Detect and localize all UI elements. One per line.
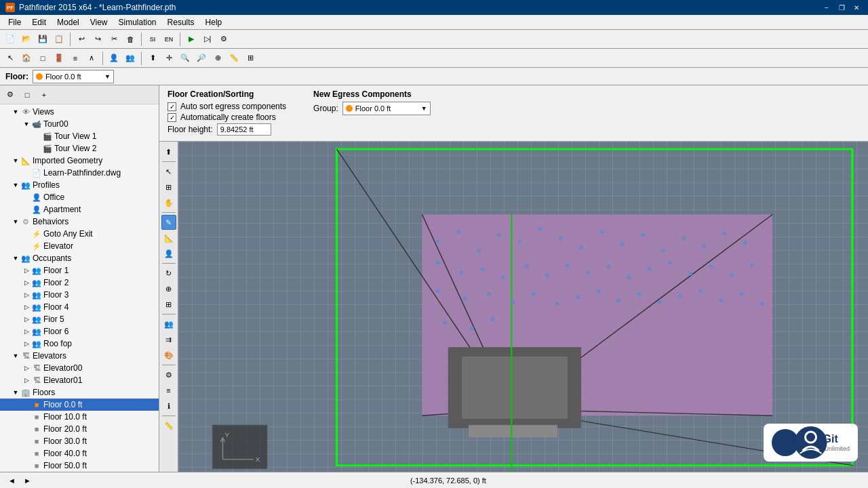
floor-selector[interactable]: Floor 0.0 ft ▼: [33, 70, 114, 83]
sidebar-item-apartment[interactable]: ▷ 👤 Apartment: [0, 203, 159, 216]
sidebar-item-goto[interactable]: ▷ ⚡ Goto Any Exit: [0, 228, 159, 240]
occupants-expander[interactable]: ▼: [11, 253, 20, 263]
minimize-button[interactable]: −: [821, 1, 833, 14]
move-btn[interactable]: ✛: [161, 51, 176, 66]
sidebar-add-btn[interactable]: +: [37, 87, 52, 102]
sidebar-item-floor2[interactable]: ▷ 👥 Floor 2: [0, 277, 159, 289]
sidebar-item-floor-500[interactable]: ▷ ■ Floor 50.0 ft: [0, 460, 159, 472]
vtb-layers-btn[interactable]: ≡: [161, 383, 176, 398]
f6-exp[interactable]: ▷: [22, 327, 31, 336]
sidebar-item-floors[interactable]: ▼ 🏢 Floors: [0, 386, 159, 399]
sidebar-item-tour-view2[interactable]: ▷ 🎬 Tour View 2: [0, 142, 159, 155]
menu-help[interactable]: Help: [200, 16, 228, 28]
ramp-button[interactable]: ∧: [84, 51, 99, 66]
menu-model[interactable]: Model: [52, 16, 85, 28]
measure-btn[interactable]: 📏: [226, 51, 241, 66]
f4-exp[interactable]: ▷: [22, 302, 31, 312]
floors-exp[interactable]: ▼: [11, 388, 20, 397]
play-button[interactable]: ▶: [184, 32, 199, 47]
save-as-button[interactable]: 📋: [52, 32, 66, 47]
group-selector[interactable]: Floor 0.0 ft ▼: [342, 102, 431, 115]
view3d-button[interactable]: 🏠: [19, 51, 34, 66]
delete-button[interactable]: 🗑: [123, 32, 138, 47]
sidebar-item-floor-300[interactable]: ▷ ■ Floor 30.0 ft: [0, 435, 159, 447]
menu-view[interactable]: View: [85, 16, 113, 28]
statusbar-right-arrow[interactable]: ►: [21, 476, 34, 485]
titlebar-controls[interactable]: − ❐ ✕: [821, 1, 863, 14]
f1-exp[interactable]: ▷: [22, 266, 31, 275]
menu-simulation[interactable]: Simulation: [113, 16, 162, 28]
el00-exp[interactable]: ▷: [22, 363, 31, 373]
vtb-ruler-btn[interactable]: 📏: [161, 418, 176, 433]
menu-results[interactable]: Results: [162, 16, 200, 28]
snap-btn[interactable]: ⊕: [210, 51, 225, 66]
sidebar-item-floor5[interactable]: ▷ 👥 Fior 5: [0, 313, 159, 325]
ig-expander[interactable]: ▼: [11, 156, 20, 165]
statusbar-nav[interactable]: ◄ ►: [5, 476, 34, 485]
sidebar-item-floor4[interactable]: ▷ 👥 Floor 4: [0, 301, 159, 313]
restore-button[interactable]: ❐: [835, 1, 848, 14]
sidebar-item-dwg[interactable]: ▷ 📄 Learn-Pathfinder.dwg: [0, 167, 159, 179]
en-btn[interactable]: EN: [161, 32, 176, 47]
open-button[interactable]: 📂: [19, 32, 34, 47]
vtb-color-btn[interactable]: 🎨: [161, 348, 176, 363]
save-button[interactable]: 💾: [35, 32, 50, 47]
zoom-out-btn[interactable]: 🔎: [194, 51, 209, 66]
vtb-select-btn[interactable]: ↖: [161, 164, 176, 179]
menu-file[interactable]: File: [3, 16, 26, 28]
vtb-snap-btn[interactable]: ⊕: [161, 281, 176, 296]
close-button[interactable]: ✕: [850, 1, 863, 14]
sidebar-item-elev01[interactable]: ▷ 🏗 Elevator01: [0, 374, 159, 386]
sidebar-item-floor-200[interactable]: ▷ ■ Floor 20.0 ft: [0, 423, 159, 435]
vtb-pan-btn[interactable]: ✋: [161, 195, 176, 210]
vtb-info-btn[interactable]: ℹ: [161, 399, 176, 413]
sidebar-item-elev00[interactable]: ▷ 🏗 Elevator00: [0, 362, 159, 374]
auto-create-checkbox[interactable]: ✓: [167, 113, 176, 122]
vtb-persons2-btn[interactable]: 👥: [161, 317, 176, 331]
person-button[interactable]: 👤: [106, 51, 121, 66]
nav3d-btn[interactable]: ⬆: [161, 144, 176, 159]
sidebar-item-views[interactable]: ▼ 👁 Views: [0, 106, 159, 118]
profiles-expander[interactable]: ▼: [11, 180, 20, 190]
undo-button[interactable]: ↩: [74, 32, 89, 47]
group-button[interactable]: 👥: [123, 51, 138, 66]
redo-button[interactable]: ↪: [90, 32, 105, 47]
stair-button[interactable]: ≡: [68, 51, 83, 66]
sidebar-item-floor1[interactable]: ▷ 👥 Floor 1: [0, 264, 159, 277]
behaviors-expander[interactable]: ▼: [11, 217, 20, 226]
cursor-btn[interactable]: ⬆: [145, 51, 160, 66]
viewport[interactable]: Y X FileGit: [178, 142, 868, 472]
vtb-settings2-btn[interactable]: ⚙: [161, 367, 176, 382]
vtb-flow-btn[interactable]: ⇉: [161, 332, 176, 347]
vtb-draw-btn[interactable]: ✎: [161, 215, 176, 230]
zoom-in-btn[interactable]: 🔍: [178, 51, 193, 66]
sidebar-item-tour-view1[interactable]: ▷ 🎬 Tour View 1: [0, 130, 159, 142]
sidebar-item-occupants[interactable]: ▼ 👥 Occupants: [0, 252, 159, 264]
rf-exp[interactable]: ▷: [22, 339, 31, 348]
f2-exp[interactable]: ▷: [22, 278, 31, 287]
floor-height-input[interactable]: [217, 123, 271, 136]
vtb-rotate-btn[interactable]: ↻: [161, 266, 176, 281]
door-button[interactable]: 🚪: [52, 51, 66, 66]
menu-edit[interactable]: Edit: [26, 16, 52, 28]
vtb-people-btn[interactable]: 👤: [161, 246, 176, 261]
vtb-measure-btn[interactable]: 📐: [161, 230, 176, 245]
elevators-exp[interactable]: ▼: [11, 351, 20, 361]
vtb-grid2-btn[interactable]: ⊞: [161, 297, 176, 312]
vtb-zoom-btn[interactable]: ⊞: [161, 180, 176, 195]
settings-button[interactable]: ⚙: [216, 32, 231, 47]
sidebar-item-rooftop[interactable]: ▷ 👥 Roo fop: [0, 338, 159, 350]
step-button[interactable]: ▷|: [200, 32, 215, 47]
tour-expander[interactable]: ▼: [22, 119, 31, 129]
sidebar-item-tour[interactable]: ▼ 📹 Tour00: [0, 118, 159, 130]
statusbar-left-arrow[interactable]: ◄: [5, 476, 18, 485]
sidebar-item-imported[interactable]: ▼ 📐 Imported Geometry: [0, 155, 159, 167]
sidebar-item-elevators[interactable]: ▼ 🏗 Elevators: [0, 350, 159, 362]
sidebar-item-floor-00[interactable]: ▷ ■ Floor 0.0 ft: [0, 399, 159, 411]
simulator-btn[interactable]: SI: [145, 32, 160, 47]
el01-exp[interactable]: ▷: [22, 375, 31, 385]
f3-exp[interactable]: ▷: [22, 290, 31, 300]
f5-exp[interactable]: ▷: [22, 314, 31, 324]
cut-button[interactable]: ✂: [106, 32, 121, 47]
sidebar-item-profiles[interactable]: ▼ 👥 Profiles: [0, 179, 159, 191]
